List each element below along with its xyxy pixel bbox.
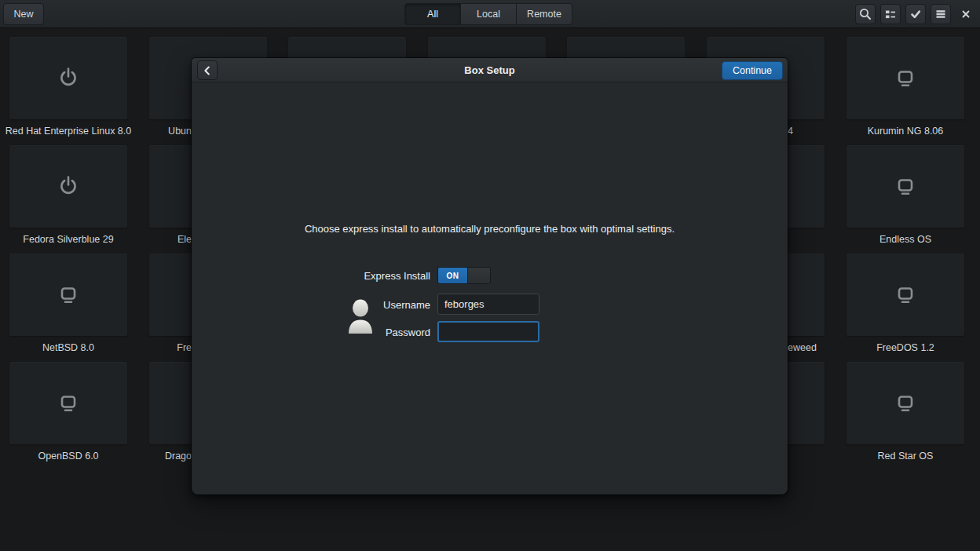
header-bar: New All Local Remote [0, 0, 980, 28]
header-actions [855, 4, 951, 24]
filter-local-button[interactable]: Local [460, 3, 517, 25]
list-view-icon [883, 7, 898, 21]
source-filter-group: All Local Remote [404, 3, 572, 25]
toggle-knob[interactable] [467, 268, 490, 283]
box-setup-dialog: Box Setup Continue Choose express instal… [192, 58, 788, 494]
search-button[interactable] [855, 4, 876, 24]
monitor-icon [892, 390, 919, 417]
vm-tile[interactable]: OpenBSD 6.0 [9, 362, 127, 444]
vm-tile-label: Kurumin NG 8.06 [823, 126, 980, 138]
username-input[interactable] [437, 294, 539, 315]
password-label: Password [192, 327, 430, 339]
new-button[interactable]: New [3, 3, 44, 25]
search-icon [858, 7, 872, 21]
selection-mode-button[interactable] [905, 4, 926, 24]
monitor-icon [55, 282, 82, 308]
vm-tile[interactable]: FreeDOS 1.2 [847, 254, 964, 336]
filter-remote-button[interactable]: Remote [516, 3, 572, 25]
selection-mode-icon [909, 7, 923, 21]
express-install-label: Express Install [192, 270, 430, 283]
vm-tile-label: Red Star OS [823, 451, 980, 463]
power-icon [55, 65, 82, 92]
monitor-icon [55, 390, 82, 417]
vm-tile-label: NetBSD 8.0 [0, 342, 151, 355]
username-label: Username [192, 299, 430, 312]
express-install-toggle[interactable]: ON [437, 267, 491, 284]
vm-tile[interactable]: NetBSD 8.0 [9, 254, 127, 336]
vm-tile[interactable]: Kurumin NG 8.06 [847, 37, 964, 119]
menu-icon [934, 7, 948, 21]
vm-tile[interactable]: Fedora Silverblue 29 [9, 145, 127, 228]
vm-tile-label-partial: Ele [177, 234, 192, 246]
vm-tile[interactable]: Red Star OS [847, 362, 964, 444]
vm-tile-label: Fedora Silverblue 29 [0, 234, 151, 246]
vm-tile-label-partial: Drago [165, 451, 192, 463]
vm-tile[interactable]: Red Hat Enterprise Linux 8.0 [9, 37, 127, 119]
vm-tile-label-partial: 4 [788, 126, 793, 138]
monitor-icon [892, 282, 919, 308]
vm-tile[interactable]: Endless OS [847, 145, 964, 228]
monitor-icon [892, 173, 919, 200]
monitor-icon [892, 65, 919, 92]
vm-tile-label: Endless OS [823, 234, 980, 246]
dialog-header-bar: Box Setup Continue [192, 58, 788, 82]
dialog-title: Box Setup [192, 58, 788, 82]
continue-button[interactable]: Continue [722, 61, 783, 80]
close-icon [960, 9, 971, 20]
vm-tile-label-partial: Fre [177, 342, 192, 355]
vm-tile-label-partial: Ubun [168, 126, 192, 138]
filter-all-button[interactable]: All [404, 3, 461, 25]
menu-button[interactable] [931, 4, 951, 24]
vm-tile-label: OpenBSD 6.0 [0, 451, 151, 463]
vm-tile-label-partial: eweed [788, 342, 817, 355]
vm-tile-label: Red Hat Enterprise Linux 8.0 [0, 126, 151, 138]
vm-tile-label: FreeDOS 1.2 [823, 342, 980, 355]
window-close-button[interactable] [956, 4, 976, 24]
express-install-description: Choose express install to automatically … [192, 223, 788, 235]
password-input[interactable] [437, 321, 539, 342]
toggle-on-label: ON [438, 268, 467, 283]
boxes-app-window: Red Hat Enterprise Linux 8.0Kurumin NG 8… [0, 0, 980, 551]
power-icon [55, 173, 82, 200]
list-view-button[interactable] [880, 4, 901, 24]
